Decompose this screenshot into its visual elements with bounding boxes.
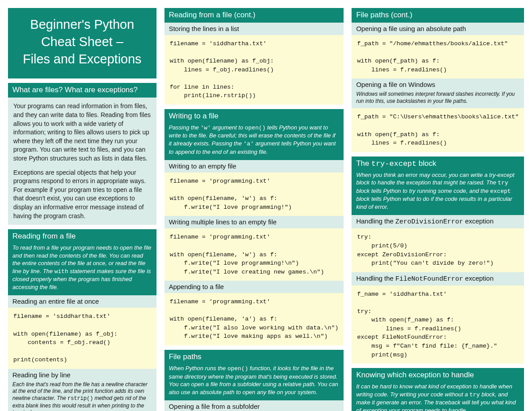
knowing-desc: It can be hard to know what kind of exce…: [352, 383, 524, 411]
filepaths-cont-header: File paths (cont.): [352, 8, 524, 23]
text: Passing the: [169, 124, 201, 131]
intro-body: Your programs can read information in fr…: [8, 98, 156, 225]
read-entire-subhead: Reading an entire file at once: [8, 295, 156, 308]
filepaths-section: File paths When Python runs the open() f…: [164, 350, 344, 411]
reading-cont-section: Reading from a file (cont.) Storing the …: [164, 8, 344, 105]
code-inline: 'a': [243, 141, 254, 147]
win-subhead: Opening a file on Windows: [352, 78, 524, 91]
code-inline: try-except: [371, 160, 416, 168]
filepaths-cont-section: File paths (cont.) Opening a file using …: [352, 8, 524, 152]
text: The: [356, 159, 371, 168]
writing-header: Writing to a file: [164, 109, 344, 124]
append-code: filename = 'programming.txt' with open(f…: [164, 293, 344, 345]
text: When Python runs the: [169, 365, 227, 372]
write-empty-code: filename = 'programming.txt' with open(f…: [164, 172, 344, 216]
filepaths-header: File paths: [164, 350, 344, 364]
code-inline: try: [469, 391, 480, 398]
store-code: filename = 'siddhartha.txt' with open(fi…: [164, 35, 344, 105]
read-entire-code: filename = 'siddhartha.txt' with open(fi…: [8, 308, 156, 368]
filepaths-desc: When Python runs the open() function, it…: [164, 364, 344, 400]
intro-section: What are files? What are exceptions? You…: [8, 83, 156, 225]
page-title: Beginner's Python Cheat Sheet – Files an…: [8, 8, 156, 78]
reading-desc: To read from a file your program needs t…: [8, 244, 156, 295]
text: Handling the: [356, 217, 395, 225]
reading-cont-header: Reading from a file (cont.): [164, 8, 344, 23]
zde-code: try: print(5/0) except ZeroDivisionError…: [352, 228, 524, 272]
abs-code: f_path = "/home/ehmatthes/books/alice.tx…: [352, 35, 524, 78]
fnf-code: f_name = 'siddhartha.txt' try: with open…: [352, 286, 524, 364]
zde-subhead: Handling the ZeroDivisionError exception: [352, 215, 524, 228]
text: block: [417, 159, 436, 168]
code-inline: open(): [227, 365, 248, 372]
text: block tells Python what to do if the cod…: [356, 196, 512, 210]
code-inline: open(): [245, 125, 266, 131]
text: Handling the: [356, 274, 395, 282]
code-inline: rstrip(): [67, 395, 93, 402]
reading-section: Reading from a file To read from a file …: [8, 229, 156, 411]
intro-p2: Exceptions are special objects that help…: [13, 168, 151, 221]
subfolder-subhead: Opening a file from a subfolder: [164, 400, 344, 411]
intro-p1: Your programs can read information in fr…: [13, 102, 151, 163]
intro-header: What are files? What are exceptions?: [8, 83, 156, 98]
code-inline: except: [490, 188, 511, 195]
writing-desc: Passing the 'w' argument to open() tells…: [164, 124, 344, 160]
knowing-header: Knowing which exception to handle: [352, 368, 524, 383]
write-multi-subhead: Writing multiple lines to an empty file: [164, 216, 344, 228]
reading-header: Reading from a file: [8, 229, 156, 244]
read-line-desc: Each line that's read from the file has …: [8, 381, 156, 411]
column-1: Beginner's Python Cheat Sheet – Files an…: [8, 8, 156, 411]
text: argument to: [211, 124, 245, 131]
text: exception: [463, 274, 493, 282]
try-except-header: The try-except block: [352, 157, 524, 171]
code-inline: with: [55, 268, 68, 275]
append-subhead: Appending to a file: [164, 281, 344, 293]
text: block tells Python to try running some c…: [356, 188, 490, 194]
win-desc: Windows will sometimes interpret forward…: [352, 91, 524, 108]
win-code: f_path = "C:\Users\ehmatthes\books\alice…: [352, 108, 524, 152]
abs-subhead: Opening a file using an absolute path: [352, 23, 524, 35]
cheat-sheet-page: Beginner's Python Cheat Sheet – Files an…: [8, 8, 524, 411]
text: exception: [463, 217, 493, 225]
try-except-section: The try-except block When you think an e…: [352, 157, 524, 364]
code-inline: 'w': [200, 125, 211, 131]
writing-section: Writing to a file Passing the 'w' argume…: [164, 109, 344, 345]
code-inline: ZeroDivisionError: [395, 218, 463, 226]
code-inline: FileNotFoundError: [395, 275, 463, 283]
read-line-subhead: Reading line by line: [8, 369, 156, 381]
column-2: Reading from a file (cont.) Storing the …: [164, 8, 344, 411]
try-except-desc: When you think an error may occur, you c…: [352, 171, 524, 215]
knowing-section: Knowing which exception to handle It can…: [352, 368, 524, 411]
fnf-subhead: Handling the FileNotFoundError exception: [352, 272, 524, 286]
text: When you think an error may occur, you c…: [356, 172, 514, 186]
write-multi-code: filename = 'programming.txt' with open(f…: [164, 228, 344, 281]
code-inline: try: [498, 180, 508, 186]
store-subhead: Storing the lines in a list: [164, 23, 344, 35]
column-3: File paths (cont.) Opening a file using …: [352, 8, 524, 411]
write-empty-subhead: Writing to an empty file: [164, 160, 344, 172]
